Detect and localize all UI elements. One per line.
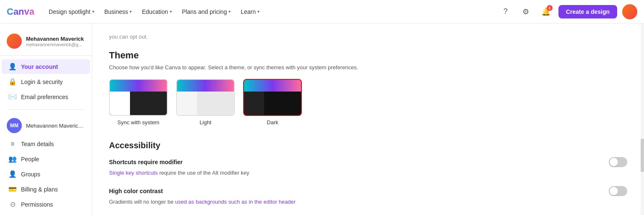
contrast-row: High color contrast bbox=[109, 186, 627, 196]
theme-dark-card[interactable]: Dark bbox=[243, 79, 302, 126]
mail-icon: ✉️ bbox=[8, 93, 17, 101]
team-section: MM Mehavannen Maverick's t... bbox=[0, 115, 92, 136]
shortcuts-desc: Single key shortcuts require the use of … bbox=[109, 170, 627, 176]
shortcuts-label: Shortcuts require modifier bbox=[109, 159, 183, 165]
sidebar-item-label: Groups bbox=[21, 171, 40, 178]
contrast-toggle[interactable] bbox=[609, 186, 627, 196]
sidebar-item-label: Billing & plans bbox=[21, 186, 58, 193]
sidebar-item-label: Your account bbox=[21, 63, 58, 70]
sidebar-user-avatar[interactable] bbox=[7, 34, 22, 49]
theme-light-card[interactable]: Light bbox=[176, 79, 235, 126]
chevron-down-icon: ▾ bbox=[130, 9, 132, 14]
nav-item-education[interactable]: Education ▾ bbox=[138, 6, 176, 18]
toggle-knob bbox=[610, 187, 618, 195]
accessibility-title: Accessibility bbox=[109, 141, 627, 150]
navbar-right: ? ⚙ 🔔 1 Create a design bbox=[498, 4, 637, 19]
sidebar-item-groups[interactable]: 👤 Groups bbox=[2, 167, 90, 181]
sidebar-item-your-account[interactable]: 👤 Your account bbox=[2, 59, 90, 74]
theme-sync-card[interactable]: Sync with system bbox=[109, 79, 168, 126]
help-icon[interactable]: ? bbox=[498, 4, 513, 19]
sidebar-item-login-security[interactable]: 🔒 Login & security bbox=[2, 74, 90, 89]
sync-preview bbox=[109, 79, 168, 116]
sidebar-item-label: Email preferences bbox=[21, 94, 68, 100]
create-design-button[interactable]: Create a design bbox=[558, 5, 617, 18]
sidebar-item-team-details[interactable]: ≡ Team details bbox=[2, 137, 90, 151]
user-section: Mehavannen Maverick mehavannenmaverick@g… bbox=[0, 30, 92, 56]
user-info: Mehavannen Maverick mehavannenmaverick@g… bbox=[7, 34, 85, 49]
team-info: MM Mehavannen Maverick's t... bbox=[7, 118, 85, 133]
dark-preview bbox=[243, 79, 302, 116]
opt-out-text: you can opt out. bbox=[109, 34, 627, 40]
theme-options: Sync with system Light bbox=[109, 79, 627, 126]
notification-button[interactable]: 🔔 1 bbox=[538, 4, 553, 19]
permissions-icon: ⊙ bbox=[8, 200, 17, 208]
lock-icon: 🔒 bbox=[8, 78, 17, 86]
nav-item-business[interactable]: Business ▾ bbox=[100, 6, 136, 18]
sidebar-item-permissions[interactable]: ⊙ Permissions bbox=[2, 197, 90, 212]
navbar: Canva Design spotlight ▾ Business ▾ Educ… bbox=[0, 0, 644, 24]
contrast-label: High color contrast bbox=[109, 188, 163, 194]
app-layout: Mehavannen Maverick mehavannenmaverick@g… bbox=[0, 24, 644, 215]
person-icon: 👤 bbox=[8, 63, 17, 71]
contrast-desc: Gradients will no longer be used as back… bbox=[109, 199, 627, 205]
high-contrast-item: High color contrast Gradients will no lo… bbox=[109, 186, 627, 205]
team-name: Mehavannen Maverick's t... bbox=[26, 123, 85, 129]
sidebar-item-people[interactable]: 👥 People bbox=[2, 152, 90, 166]
theme-description: Choose how you'd like Canva to appear. S… bbox=[109, 64, 627, 71]
light-label: Light bbox=[200, 119, 211, 126]
main-content: you can opt out. Theme Choose how you'd … bbox=[92, 24, 644, 215]
sidebar-item-label: People bbox=[21, 156, 39, 163]
nav-item-plans[interactable]: Plans and pricing ▾ bbox=[178, 6, 235, 18]
team-avatar: MM bbox=[7, 118, 22, 133]
theme-section-title: Theme bbox=[109, 50, 627, 61]
sidebar: Mehavannen Maverick mehavannenmaverick@g… bbox=[0, 24, 92, 215]
logo[interactable]: Canva bbox=[7, 6, 34, 17]
chevron-down-icon: ▾ bbox=[92, 9, 94, 14]
user-email: mehavannenmaverick@g... bbox=[26, 42, 84, 47]
nav-items: Design spotlight ▾ Business ▾ Education … bbox=[44, 6, 498, 18]
billing-icon: 💳 bbox=[8, 185, 17, 193]
nav-item-learn[interactable]: Learn ▾ bbox=[236, 6, 264, 18]
sidebar-item-email-preferences[interactable]: ✉️ Email preferences bbox=[2, 89, 90, 104]
sidebar-item-label: Login & security bbox=[21, 79, 63, 85]
settings-icon[interactable]: ⚙ bbox=[518, 4, 533, 19]
user-name: Mehavannen Maverick bbox=[26, 36, 84, 42]
scrollbar-track[interactable] bbox=[641, 24, 644, 215]
chevron-down-icon: ▾ bbox=[257, 9, 260, 14]
chevron-down-icon: ▾ bbox=[170, 9, 172, 14]
sidebar-divider bbox=[7, 109, 85, 110]
groups-icon: 👤 bbox=[8, 170, 17, 178]
sidebar-item-label: Permissions bbox=[21, 201, 53, 208]
light-preview bbox=[176, 79, 235, 116]
toggle-knob bbox=[610, 158, 618, 166]
chevron-down-icon: ▾ bbox=[229, 9, 231, 14]
sidebar-item-billing[interactable]: 💳 Billing & plans bbox=[2, 182, 90, 197]
shortcuts-toggle[interactable] bbox=[609, 157, 627, 167]
shortcuts-modifier-item: Shortcuts require modifier Single key sh… bbox=[109, 157, 627, 176]
scrollbar-thumb[interactable] bbox=[641, 139, 644, 172]
shortcuts-row: Shortcuts require modifier bbox=[109, 157, 627, 167]
sync-label: Sync with system bbox=[117, 119, 159, 126]
user-avatar[interactable] bbox=[622, 4, 637, 19]
dark-label: Dark bbox=[267, 119, 278, 126]
sidebar-item-label: Team details bbox=[21, 141, 54, 147]
notification-badge: 1 bbox=[547, 5, 553, 11]
list-icon: ≡ bbox=[8, 140, 17, 148]
nav-item-design-spotlight[interactable]: Design spotlight ▾ bbox=[44, 6, 99, 18]
people-icon: 👥 bbox=[8, 155, 17, 163]
